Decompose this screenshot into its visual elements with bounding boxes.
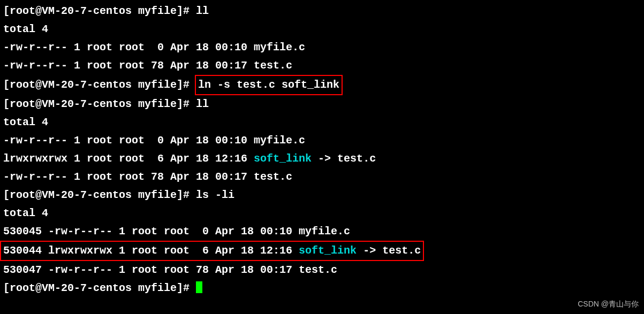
watermark: CSDN @青山与你	[578, 298, 639, 311]
cursor-icon	[196, 281, 202, 293]
prompt: [root@VM-20-7-centos myfile]#	[3, 98, 196, 110]
highlighted-command: ln -s test.c soft_link	[195, 75, 343, 95]
prompt: [root@VM-20-7-centos myfile]#	[3, 5, 196, 17]
symlink-entry: lrwxrwxrwx 1 root root 6 Apr 18 12:16 so…	[3, 150, 641, 168]
terminal-line: [root@VM-20-7-centos myfile]# ls -li	[3, 186, 641, 204]
prompt: [root@VM-20-7-centos myfile]#	[3, 282, 196, 294]
terminal-line: [root@VM-20-7-centos myfile]# ln -s test…	[3, 75, 641, 95]
file-entry: -rw-r--r-- 1 root root 0 Apr 18 00:10 my…	[3, 39, 641, 57]
symlink-perms-inode: 530044 lrwxrwxrwx 1 root root 6 Apr 18 1…	[3, 244, 299, 257]
terminal-line: [root@VM-20-7-centos myfile]# ll	[3, 95, 641, 113]
symlink-name: soft_link	[254, 152, 312, 165]
output-total: total 4	[3, 113, 641, 132]
highlighted-row: 530044 lrwxrwxrwx 1 root root 6 Apr 18 1…	[0, 241, 424, 261]
command: ll	[196, 5, 209, 17]
symlink-perms: lrwxrwxrwx 1 root root 6 Apr 18 12:16	[3, 152, 254, 165]
prompt: [root@VM-20-7-centos myfile]#	[3, 79, 196, 91]
terminal-line[interactable]: [root@VM-20-7-centos myfile]#	[3, 279, 641, 297]
symlink-name: soft_link	[299, 244, 357, 257]
file-entry: -rw-r--r-- 1 root root 78 Apr 18 00:17 t…	[3, 57, 641, 75]
terminal-line: [root@VM-20-7-centos myfile]# ll	[3, 2, 641, 20]
output-total: total 4	[3, 204, 641, 223]
file-entry-inode: 530045 -rw-r--r-- 1 root root 0 Apr 18 0…	[3, 223, 641, 241]
symlink-target: -> test.c	[312, 152, 376, 165]
file-entry-inode: 530047 -rw-r--r-- 1 root root 78 Apr 18 …	[3, 261, 641, 279]
prompt: [root@VM-20-7-centos myfile]#	[3, 189, 196, 201]
highlighted-symlink-entry: 530044 lrwxrwxrwx 1 root root 6 Apr 18 1…	[3, 241, 641, 261]
symlink-target: -> test.c	[357, 244, 421, 257]
file-entry: -rw-r--r-- 1 root root 0 Apr 18 00:10 my…	[3, 132, 641, 150]
file-entry: -rw-r--r-- 1 root root 78 Apr 18 00:17 t…	[3, 168, 641, 186]
command: ls -li	[196, 189, 234, 201]
output-total: total 4	[3, 20, 641, 39]
command: ll	[196, 98, 209, 110]
